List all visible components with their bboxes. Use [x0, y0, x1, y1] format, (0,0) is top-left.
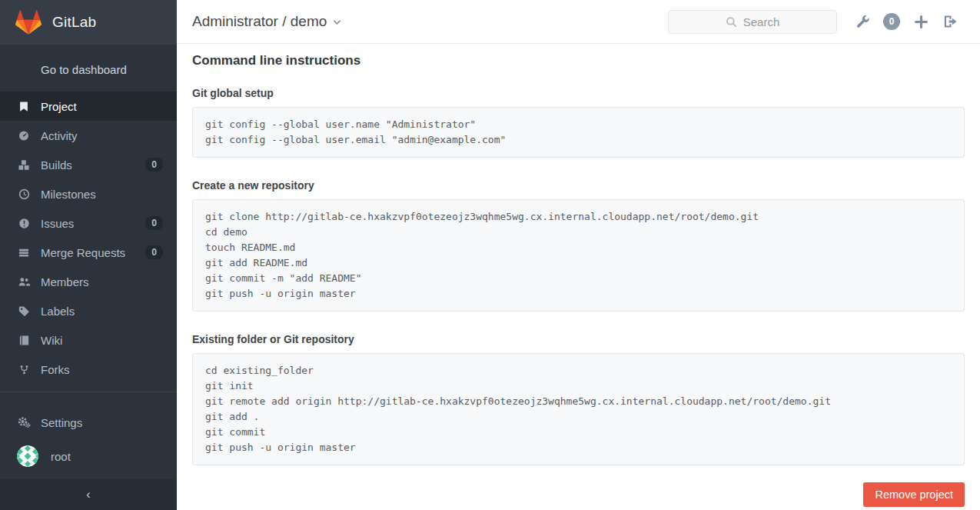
sidebar-item-label: Project: [41, 100, 163, 113]
sidebar-item-label: Builds: [41, 158, 145, 172]
page-title: Command line instructions: [192, 53, 965, 68]
sidebar-item-user-profile[interactable]: root: [0, 438, 177, 474]
wrench-icon: [855, 15, 870, 29]
sidebar-item-builds[interactable]: Builds 0: [0, 150, 177, 179]
dashboard-icon: [17, 129, 31, 142]
new-project-button[interactable]: [906, 7, 935, 36]
user-name: root: [51, 450, 71, 463]
topbar: Administrator / demo Search 0: [177, 0, 980, 44]
todos-count-badge: 0: [883, 13, 900, 30]
sidebar-item-forks[interactable]: Forks: [0, 355, 177, 384]
code-block-create-new-repository: git clone http://gitlab-ce.hxakzvpf0otez…: [192, 199, 965, 312]
list-icon: [17, 246, 31, 258]
code-block-git-global-setup: git config --global user.name "Administr…: [192, 107, 965, 158]
sidebar-item-wiki[interactable]: Wiki: [0, 325, 177, 355]
sign-out-button[interactable]: [935, 7, 965, 36]
clock-icon: [17, 188, 31, 200]
sidebar-collapse-toggle[interactable]: ‹: [0, 479, 177, 510]
issues-count-badge: 0: [145, 216, 163, 230]
todos-button[interactable]: 0: [877, 7, 906, 36]
users-icon: [17, 275, 31, 288]
fork-icon: [17, 363, 31, 375]
merge-requests-count-badge: 0: [145, 245, 163, 259]
sidebar: GitLab Go to dashboard Project Activity: [0, 0, 177, 510]
remove-project-button[interactable]: Remove project: [863, 482, 965, 507]
chevron-left-icon: ‹: [86, 488, 90, 502]
sidebar-item-label: Activity: [41, 129, 163, 142]
search-placeholder: Search: [743, 15, 780, 28]
sidebar-item-label: Members: [41, 275, 163, 288]
search-input[interactable]: Search: [668, 10, 837, 34]
sidebar-item-labels[interactable]: Labels: [0, 296, 177, 325]
chevron-down-icon: [332, 17, 342, 27]
sidebar-item-label: Milestones: [41, 188, 163, 201]
breadcrumb-text: Administrator / demo: [192, 13, 327, 30]
code-block-existing-folder: cd existing_folder git init git remote a…: [192, 353, 965, 465]
search-icon: [726, 16, 737, 28]
admin-area-button[interactable]: [848, 7, 877, 36]
sidebar-item-label: Merge Requests: [41, 246, 145, 259]
sidebar-item-label: Settings: [41, 416, 163, 429]
sidebar-item-project[interactable]: Project: [0, 92, 177, 121]
sign-out-icon: [943, 15, 958, 28]
content-footer: Remove project: [192, 482, 965, 507]
avatar: [17, 445, 38, 467]
builds-count-badge: 0: [145, 158, 163, 172]
page-content: Command line instructions Git global set…: [177, 44, 980, 510]
sidebar-divider: [0, 392, 177, 392]
sidebar-item-members[interactable]: Members: [0, 267, 177, 296]
sidebar-item-issues[interactable]: Issues 0: [0, 208, 177, 238]
topbar-icons: 0: [848, 7, 965, 36]
cubes-icon: [17, 158, 31, 171]
sidebar-item-label: Forks: [41, 363, 163, 376]
logo-wordmark: GitLab: [52, 14, 96, 31]
sidebar-item-milestones[interactable]: Milestones: [0, 179, 177, 208]
gitlab-logo-icon[interactable]: [15, 10, 42, 35]
sidebar-item-label: Wiki: [41, 334, 163, 347]
gitlab-app: GitLab Go to dashboard Project Activity: [0, 0, 980, 510]
sidebar-header: GitLab: [0, 0, 177, 45]
sidebar-item-activity[interactable]: Activity: [0, 121, 177, 150]
sidebar-item-label: Issues: [41, 217, 145, 230]
plus-icon: [915, 15, 928, 28]
exclamation-circle-icon: [17, 217, 31, 229]
section-heading-create-new-repository: Create a new repository: [192, 179, 965, 192]
go-to-dashboard-link[interactable]: Go to dashboard: [0, 45, 177, 92]
gear-icon: [17, 416, 31, 428]
sidebar-item-settings[interactable]: Settings: [0, 408, 177, 437]
bookmark-icon: [17, 100, 31, 112]
main-area: Administrator / demo Search 0: [177, 0, 980, 510]
section-heading-git-global-setup: Git global setup: [192, 87, 965, 99]
sidebar-item-label: Labels: [41, 305, 163, 318]
tag-icon: [17, 305, 31, 317]
section-heading-existing-folder: Existing folder or Git repository: [192, 333, 965, 345]
breadcrumb[interactable]: Administrator / demo: [192, 13, 342, 30]
sidebar-item-merge-requests[interactable]: Merge Requests 0: [0, 238, 177, 267]
book-icon: [17, 334, 31, 346]
sidebar-nav: Project Activity Builds 0 Milestones: [0, 92, 177, 384]
